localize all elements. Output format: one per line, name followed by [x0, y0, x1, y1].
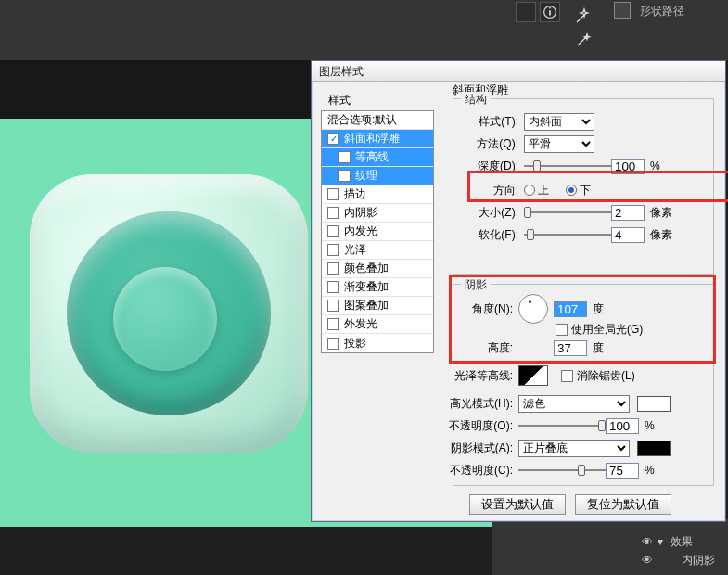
checkbox-icon[interactable]: [327, 300, 339, 312]
checkbox-icon[interactable]: [338, 170, 351, 182]
direction-up-label: 上: [538, 183, 549, 198]
tree-collapse-icon[interactable]: ▾: [658, 535, 667, 548]
visibility-eye-icon[interactable]: 👁: [640, 535, 655, 548]
shadow-opacity-label: 不透明度(C):: [441, 463, 513, 479]
panel-button-b[interactable]: [540, 2, 560, 22]
technique-label: 方法(Q):: [466, 136, 518, 152]
size-label: 大小(Z):: [466, 205, 518, 221]
styles-box: 混合选项:默认 ✓ 斜面和浮雕 等高线 纹理 描边: [321, 110, 434, 353]
dialog-titlebar[interactable]: 图层样式: [312, 61, 725, 82]
direction-down-label: 下: [580, 183, 591, 198]
style-texture[interactable]: 纹理: [322, 167, 433, 185]
shadow-mode-select[interactable]: 正片叠底: [518, 440, 630, 457]
sparkle-icon[interactable]: [575, 32, 592, 51]
visibility-eye-icon[interactable]: 👁: [640, 554, 655, 567]
styles-list: 样式 混合选项:默认 ✓ 斜面和浮雕 等高线 纹理: [321, 89, 434, 464]
checkbox-icon[interactable]: [327, 281, 339, 293]
gloss-contour-swatch[interactable]: [518, 365, 548, 386]
gloss-label: 光泽等高线:: [448, 368, 513, 384]
technique-select[interactable]: 平滑: [524, 135, 594, 153]
style-select[interactable]: 内斜面: [524, 113, 594, 131]
depth-slider[interactable]: [524, 160, 611, 172]
size-unit: 像素: [650, 205, 672, 221]
artwork-icon: [30, 174, 308, 453]
angle-unit: 度: [593, 301, 604, 317]
direction-label: 方向:: [466, 183, 518, 198]
altitude-input[interactable]: [554, 340, 587, 356]
checkbox-icon[interactable]: [327, 318, 339, 330]
reset-default-button[interactable]: 复位为默认值: [575, 494, 671, 515]
checkbox-icon[interactable]: [327, 244, 339, 256]
layers-panel-fragment: 👁 ▾ 效果 👁 内阴影: [492, 519, 728, 575]
depth-input[interactable]: [611, 159, 645, 174]
layer-style-dialog: 图层样式 样式 混合选项:默认 ✓ 斜面和浮雕 等高线 纹理: [311, 60, 726, 522]
checkbox-icon[interactable]: [327, 262, 339, 275]
style-satin[interactable]: 光泽: [322, 241, 433, 260]
highlight-opacity-slider[interactable]: [518, 419, 606, 432]
shading-group-label: 阴影: [461, 277, 491, 293]
global-light-label: 使用全局光(G): [571, 322, 643, 338]
size-input[interactable]: [611, 205, 645, 221]
highlight-mode-select[interactable]: 滤色: [518, 395, 630, 413]
layers-tree-inner-shadow[interactable]: 👁 内阴影: [640, 553, 715, 569]
style-label: 样式(T):: [466, 114, 518, 130]
highlight-mode-label: 高光模式(H):: [441, 396, 513, 412]
checkbox-icon[interactable]: [327, 188, 339, 200]
soften-unit: 像素: [650, 227, 672, 243]
checkbox-icon[interactable]: [327, 207, 339, 219]
angle-label: 角度(N):: [461, 301, 513, 317]
style-stroke[interactable]: 描边: [322, 185, 433, 204]
wand-icon[interactable]: [575, 7, 592, 27]
angle-input[interactable]: [554, 301, 587, 317]
highlight-color-swatch[interactable]: [637, 396, 671, 412]
angle-dial[interactable]: [518, 294, 548, 324]
checkbox-icon[interactable]: [338, 151, 351, 163]
style-bevel[interactable]: ✓ 斜面和浮雕: [322, 130, 433, 148]
shape-path-swatch[interactable]: [614, 2, 631, 19]
altitude-unit: 度: [593, 340, 604, 356]
size-slider[interactable]: [524, 206, 611, 219]
style-inner-glow[interactable]: 内发光: [322, 223, 433, 241]
style-outer-glow[interactable]: 外发光: [322, 315, 433, 334]
svg-rect-2: [549, 7, 551, 9]
styles-header: 样式: [321, 89, 434, 110]
altitude-label: 高度:: [461, 340, 513, 356]
style-color-overlay[interactable]: 颜色叠加: [322, 260, 433, 278]
depth-label: 深度(D):: [466, 159, 518, 174]
shadow-mode-label: 阴影模式(A):: [441, 441, 513, 456]
style-drop-shadow[interactable]: 投影: [322, 334, 433, 352]
style-contour[interactable]: 等高线: [322, 148, 433, 167]
shadow-opacity-slider[interactable]: [518, 464, 606, 477]
highlight-opacity-label: 不透明度(O):: [441, 418, 513, 434]
soften-input[interactable]: [611, 227, 645, 243]
highlight-opacity-unit: %: [645, 419, 655, 432]
direction-up-radio[interactable]: [524, 185, 535, 196]
checkbox-icon[interactable]: [327, 225, 339, 237]
panel-button-a[interactable]: [516, 2, 536, 22]
style-blending[interactable]: 混合选项:默认: [322, 111, 433, 130]
antialias-checkbox[interactable]: [561, 370, 573, 382]
soften-slider[interactable]: [524, 228, 611, 241]
info-icon: [541, 3, 559, 21]
global-light-checkbox[interactable]: [556, 324, 568, 336]
shape-path-label: 形状路径: [640, 4, 684, 19]
style-inner-shadow[interactable]: 内阴影: [322, 204, 433, 223]
highlight-opacity-input[interactable]: [606, 418, 639, 434]
checkbox-icon[interactable]: [327, 338, 339, 350]
antialias-label: 消除锯齿(L): [577, 368, 635, 384]
style-gradient-overlay[interactable]: 渐变叠加: [322, 278, 433, 297]
dialog-title: 图层样式: [319, 65, 364, 78]
checkbox-icon[interactable]: ✓: [327, 133, 339, 145]
shadow-opacity-unit: %: [645, 464, 655, 477]
make-default-button[interactable]: 设置为默认值: [469, 494, 566, 515]
shadow-opacity-input[interactable]: [606, 463, 639, 479]
layers-tree-effects[interactable]: 👁 ▾ 效果: [640, 534, 693, 550]
tree-label: 效果: [671, 535, 693, 548]
bevel-settings-pane: 斜面和浮雕 结构 样式(T): 内斜面 方法(Q): 平滑 深度(D): %: [443, 89, 716, 512]
style-pattern-overlay[interactable]: 图案叠加: [322, 297, 433, 315]
shading-group: 阴影 角度(N): 度 使用全局光(G) 高度: 度: [453, 284, 714, 486]
direction-down-radio[interactable]: [566, 185, 577, 196]
structure-group-label: 结构: [461, 92, 491, 108]
shadow-color-swatch[interactable]: [637, 441, 671, 456]
svg-rect-1: [549, 10, 551, 15]
